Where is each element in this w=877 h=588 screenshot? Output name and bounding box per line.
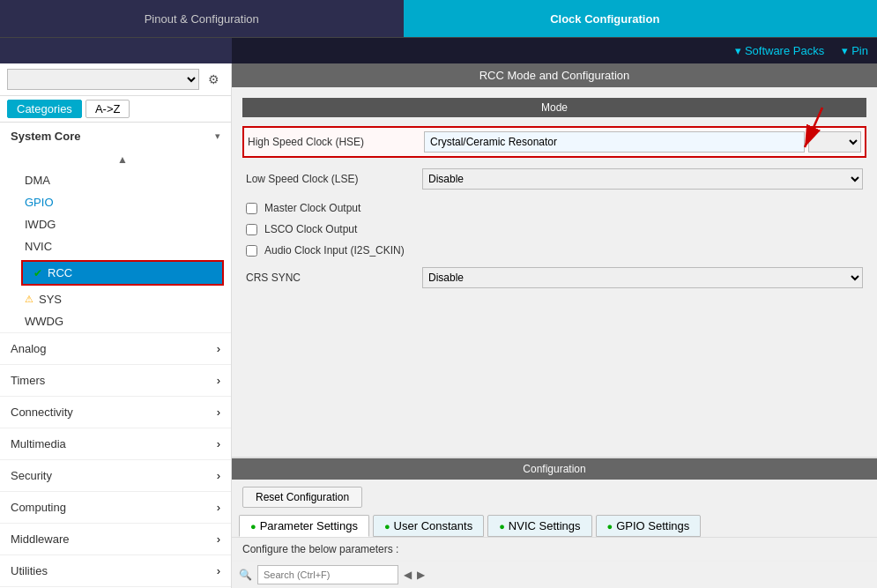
security-label: Security xyxy=(11,469,52,482)
system-core-chevron: ▾ xyxy=(215,130,220,142)
config-buttons: Reset Configuration xyxy=(232,480,877,515)
security-header[interactable]: Security › xyxy=(0,460,231,491)
hse-row: High Speed Clock (HSE) xyxy=(242,126,866,158)
clock-config-tab[interactable]: Clock Configuration xyxy=(404,0,807,37)
lsco-label: LSCO Clock Output xyxy=(264,223,357,235)
search-icon: 🔍 xyxy=(239,569,252,581)
computing-group: Computing › xyxy=(0,492,231,524)
timers-header[interactable]: Timers › xyxy=(0,365,231,396)
sidebar-item-sys[interactable]: ⚠ SYS xyxy=(14,288,231,310)
sidebar-item-nvic[interactable]: NVIC xyxy=(14,235,231,257)
connectivity-label: Connectivity xyxy=(11,406,73,419)
security-group: Security › xyxy=(0,460,231,492)
search-prev-icon[interactable]: ◀ xyxy=(404,569,412,581)
lse-select[interactable]: Disable xyxy=(422,168,863,190)
warn-icon: ⚠ xyxy=(25,294,33,305)
config-search-bar: 🔍 ◀ ▶ xyxy=(232,562,877,588)
pin-label: Pin xyxy=(851,44,868,57)
software-packs-button[interactable]: ▾ Software Packs xyxy=(735,44,824,57)
sub-header-left xyxy=(0,38,232,63)
mode-section: Mode High Speed Clock (HSE) xyxy=(232,87,877,457)
gpio-tab-icon: ● xyxy=(607,521,613,532)
hse-input[interactable] xyxy=(424,131,805,153)
multimedia-arrow: › xyxy=(217,437,220,450)
rcc-selected-border: ✔ RCC xyxy=(21,260,224,286)
config-search-input[interactable] xyxy=(257,565,398,584)
hse-label: High Speed Clock (HSE) xyxy=(248,136,424,148)
utilities-label: Utilities xyxy=(11,564,48,577)
analog-label: Analog xyxy=(11,342,46,355)
connectivity-arrow: › xyxy=(217,406,220,419)
sidebar-item-iwdg[interactable]: IWDG xyxy=(14,213,231,235)
audio-clock-checkbox[interactable] xyxy=(246,245,257,257)
analog-header[interactable]: Analog › xyxy=(0,333,231,364)
tab-parameter-settings[interactable]: ● Parameter Settings xyxy=(239,515,369,537)
tab-user-constants[interactable]: ● User Constants xyxy=(373,515,484,537)
connectivity-group: Connectivity › xyxy=(0,397,231,428)
rcc-title: RCC Mode and Configuration xyxy=(232,63,877,87)
master-clock-row: Master Clock Output xyxy=(242,200,866,216)
crs-sync-select[interactable]: Disable xyxy=(422,267,863,288)
top-header: Pinout & Configuration Clock Configurati… xyxy=(0,0,877,37)
nvic-tab-icon: ● xyxy=(499,521,505,532)
multimedia-header[interactable]: Multimedia › xyxy=(0,428,231,459)
header-right xyxy=(806,0,877,37)
master-clock-checkbox[interactable] xyxy=(246,203,257,214)
content-area: RCC Mode and Configuration Mode High Spe… xyxy=(232,63,877,588)
search-select[interactable] xyxy=(7,69,199,90)
pinout-button[interactable]: ▾ Pin xyxy=(842,44,868,57)
computing-label: Computing xyxy=(11,501,66,514)
svg-line-1 xyxy=(805,108,822,147)
nvic-tab-label: NVIC Settings xyxy=(509,519,581,532)
gpio-tab-label: GPIO Settings xyxy=(616,519,689,532)
middleware-header[interactable]: Middleware › xyxy=(0,524,231,555)
gear-button[interactable]: ⚙ xyxy=(203,69,224,90)
utilities-group: Utilities › xyxy=(0,555,231,587)
sub-header: ▾ Software Packs ▾ Pin xyxy=(0,37,877,63)
up-arrow: ▲ xyxy=(14,150,231,169)
software-packs-label: Software Packs xyxy=(745,44,824,57)
user-tab-label: User Constants xyxy=(394,519,473,532)
computing-header[interactable]: Computing › xyxy=(0,492,231,523)
utilities-header[interactable]: Utilities › xyxy=(0,555,231,586)
audio-clock-row: Audio Clock Input (I2S_CKIN) xyxy=(242,242,866,258)
param-tab-icon: ● xyxy=(250,521,256,532)
sidebar-tabs: Categories A->Z xyxy=(0,96,231,123)
pinout-label: Pinout & Configuration xyxy=(145,12,259,26)
pinout-config-tab[interactable]: Pinout & Configuration xyxy=(0,0,404,37)
tab-a-z[interactable]: A->Z xyxy=(85,100,130,118)
config-footer-text: Configure the below parameters : xyxy=(232,538,877,562)
multimedia-label: Multimedia xyxy=(11,437,66,450)
system-core-content: ▲ DMA GPIO IWDG NVIC ✔ RCC xyxy=(0,150,231,332)
crs-sync-label: CRS SYNC xyxy=(246,272,422,284)
tab-gpio-settings[interactable]: ● GPIO Settings xyxy=(596,515,702,537)
sidebar-item-rcc[interactable]: ✔ RCC xyxy=(23,262,222,284)
system-core-label: System Core xyxy=(11,130,80,143)
crs-sync-row: CRS SYNC Disable xyxy=(242,264,866,292)
utilities-arrow: › xyxy=(217,564,220,577)
system-core-header[interactable]: System Core ▾ xyxy=(0,123,231,150)
search-next-icon[interactable]: ▶ xyxy=(417,569,425,581)
audio-clock-label: Audio Clock Input (I2S_CKIN) xyxy=(264,244,405,257)
chevron-down-icon-2: ▾ xyxy=(842,44,848,57)
red-arrow-svg xyxy=(778,99,849,160)
tab-nvic-settings[interactable]: ● NVIC Settings xyxy=(487,515,591,537)
config-section: Configuration Reset Configuration ● Para… xyxy=(232,457,877,588)
middleware-group: Middleware › xyxy=(0,524,231,555)
multimedia-group: Multimedia › xyxy=(0,428,231,460)
timers-arrow: › xyxy=(217,374,220,387)
mode-label: Mode xyxy=(242,98,866,117)
check-icon: ✔ xyxy=(33,267,42,279)
connectivity-header[interactable]: Connectivity › xyxy=(0,397,231,428)
lsco-checkbox[interactable] xyxy=(246,224,257,235)
analog-group: Analog › xyxy=(0,333,231,365)
sidebar-item-dma[interactable]: DMA xyxy=(14,169,231,191)
lse-row: Low Speed Clock (LSE) Disable xyxy=(242,165,866,193)
sidebar-item-gpio[interactable]: GPIO xyxy=(14,191,231,213)
sidebar-item-wwdg[interactable]: WWDG xyxy=(14,310,231,332)
computing-arrow: › xyxy=(217,501,220,514)
config-tabs: ● Parameter Settings ● User Constants ● … xyxy=(232,515,877,538)
tab-categories[interactable]: Categories xyxy=(7,100,82,118)
reset-config-button[interactable]: Reset Configuration xyxy=(242,487,362,508)
user-tab-icon: ● xyxy=(384,521,390,532)
